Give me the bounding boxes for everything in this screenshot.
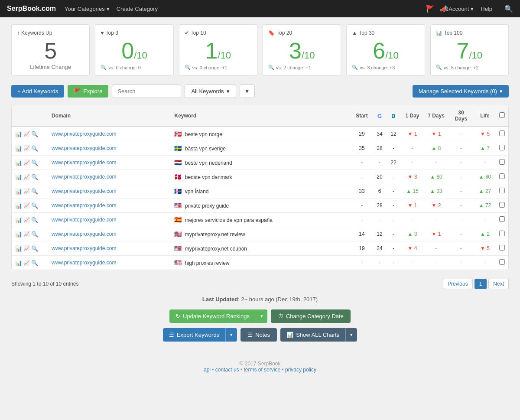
keyword-text: vpn Ísland [185,189,209,195]
row-checkbox[interactable] [499,245,505,251]
stat-card-keywords-up: ↑ Keywords Up 5 Lifetime Change [11,24,90,76]
pagination-row: Showing 1 to 10 of 10 entries Previous 1… [11,275,509,293]
row-search-icon[interactable]: 🔍 [31,145,38,152]
domain-link[interactable]: www.privateproxyguide.com [52,202,116,208]
line-chart-icon[interactable]: 📈 [23,231,30,237]
row-search-icon[interactable]: 🔍 [31,231,38,238]
chart-bar-icon[interactable]: 📊 [15,160,22,166]
chart-bar-icon[interactable]: 📊 [15,131,22,137]
row-search-icon[interactable]: 🔍 [31,188,38,195]
chart-bar-icon[interactable]: 📊 [15,245,22,252]
row-checkbox[interactable] [499,259,505,265]
page-1-button[interactable]: 1 [474,279,487,289]
domain-link[interactable]: www.privateproxyguide.com [52,217,116,223]
row-checkbox[interactable] [499,231,505,236]
row-checkbox[interactable] [499,202,505,208]
next-button[interactable]: Next [488,279,509,289]
show-charts-dropdown[interactable]: ▾ [345,328,357,342]
nav-help[interactable]: Help [481,6,492,12]
line-chart-icon[interactable]: 📈 [23,160,30,166]
line-chart-icon[interactable]: 📈 [23,202,30,208]
domain-link[interactable]: www.privateproxyguide.com [52,231,116,237]
chart-bar-icon[interactable]: 📊 [15,217,22,223]
domain-link[interactable]: www.privateproxyguide.com [52,131,116,137]
all-keywords-dropdown[interactable]: All Keywords ▾ [185,85,236,98]
row-search-icon[interactable]: 🔍 [31,202,38,209]
previous-button[interactable]: Previous [443,279,473,289]
brand-logo[interactable]: SerpBook.com [7,5,56,13]
row-search-icon[interactable]: 🔍 [31,174,38,180]
explore-button[interactable]: 🚩 Explore [68,85,108,98]
add-keywords-button[interactable]: + Add Keywords [11,85,64,98]
1day-cell: - [400,256,424,270]
th-domain[interactable]: Domain [48,105,171,127]
chart-bar-icon[interactable]: 📊 [15,231,22,238]
line-chart-icon[interactable]: 📈 [23,174,30,180]
manage-selected-button[interactable]: Manage Selected Keywords (0) ▾ [413,85,509,98]
1day-cell: ▼ 4 [400,241,424,256]
row-search-icon[interactable]: 🔍 [31,260,38,266]
footer-link-api[interactable]: api [204,367,211,373]
30days-cell: - [448,256,474,270]
export-keywords-dropdown[interactable]: ▾ [225,328,237,342]
search-input[interactable] [112,85,181,98]
nav-account[interactable]: Account ▾ [448,6,474,12]
domain-link[interactable]: www.privateproxyguide.com [52,188,116,194]
line-chart-icon[interactable]: 📈 [23,260,30,266]
1day-cell: ▼ 3 [400,170,424,184]
domain-link[interactable]: www.privateproxyguide.com [52,160,116,166]
row-checkbox[interactable] [499,130,505,136]
chart-bar-icon[interactable]: 📊 [15,174,22,180]
notes-button[interactable]: ☰ Notes [240,328,277,342]
change-up: ▲ 7 [480,145,490,151]
footer-link-tos[interactable]: terms of service [244,367,280,373]
1day-cell: - [400,156,424,170]
footer-link-privacy[interactable]: privacy policy [285,367,316,373]
export-keywords-button[interactable]: ☰ Export Keywords [163,328,225,342]
domain-link[interactable]: www.privateproxyguide.com [52,245,116,251]
row-checkbox[interactable] [499,159,505,165]
row-checkbox[interactable] [499,188,505,193]
show-charts-button[interactable]: 📊 Show ALL Charts [280,328,345,342]
row-search-icon[interactable]: 🔍 [31,131,38,137]
megaphone-icon[interactable]: 📣 [440,5,448,13]
line-chart-icon[interactable]: 📈 [23,145,30,151]
chart-bar-icon[interactable]: 📊 [15,145,22,152]
domain-link[interactable]: www.privateproxyguide.com [52,174,116,180]
search-icon[interactable]: 🔍 [504,5,513,13]
update-keywords-button[interactable]: ↻ Update Keyword Rankings [169,309,256,323]
30days-cell: - [448,184,474,199]
pagination-info: Showing 1 to 10 of 10 entries [11,281,78,287]
filter-button[interactable]: ▼ [240,85,255,98]
chart-bar-icon[interactable]: 📊 [15,202,22,209]
stat-title-top10: ✔ Top 10 [185,30,252,36]
domain-link[interactable]: www.privateproxyguide.com [52,260,116,266]
domain-link[interactable]: www.privateproxyguide.com [52,145,116,151]
line-chart-icon[interactable]: 📈 [23,131,30,137]
chart-bar-icon[interactable]: 📊 [15,188,22,195]
update-keywords-dropdown[interactable]: ▾ [256,309,267,323]
flag-icon[interactable]: 🚩 [426,5,435,13]
th-checkbox[interactable] [496,105,508,127]
google-rank-cell: 24 [373,241,387,256]
row-checkbox[interactable] [499,216,505,222]
nav-your-categories[interactable]: Your Categories ▾ [65,6,110,12]
line-chart-icon[interactable]: 📈 [23,217,30,223]
select-all-checkbox[interactable] [499,112,505,118]
icon-group: 📊 📈 🔍 [15,188,45,195]
nav-create-category[interactable]: Create Category [117,6,158,12]
footer-link-contact[interactable]: contact us [215,367,239,373]
line-chart-icon[interactable]: 📈 [23,188,30,194]
chart-bar-icon[interactable]: 📊 [15,260,22,266]
row-checkbox[interactable] [499,145,505,150]
row-checkbox[interactable] [499,173,505,179]
row-search-icon[interactable]: 🔍 [31,217,38,223]
keyword-text: private proxy guide [185,203,229,209]
7days-cell: - [424,256,448,270]
th-keyword[interactable]: Keyword [171,105,351,127]
row-search-icon[interactable]: 🔍 [31,160,38,166]
line-chart-icon[interactable]: 📈 [23,245,30,251]
keyword-text: mejores servicios de vpn para españa [185,217,273,223]
row-search-icon[interactable]: 🔍 [31,245,38,252]
change-date-button[interactable]: ⏱ Change Category Date [271,309,351,323]
